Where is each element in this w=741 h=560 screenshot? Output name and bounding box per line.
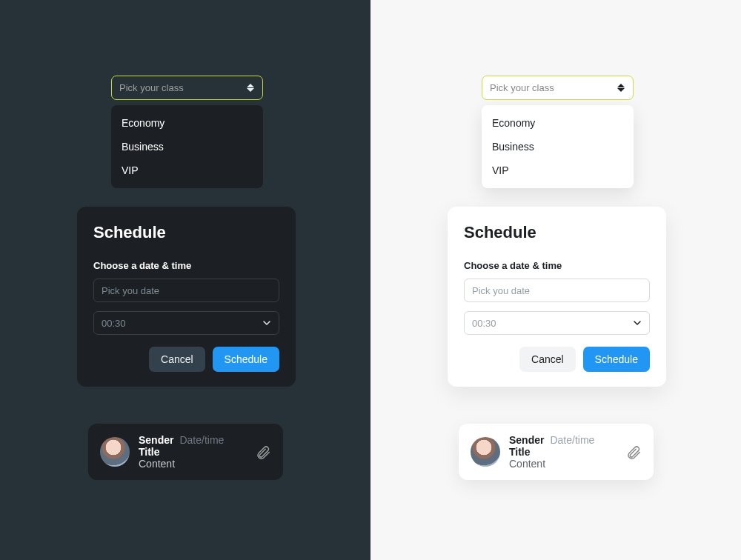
message-sender: Sender [509,434,544,446]
class-picker[interactable]: Pick your class [111,76,263,100]
option-vip[interactable]: VIP [482,159,634,182]
cancel-button[interactable]: Cancel [149,347,205,372]
class-picker-placeholder: Pick your class [119,82,184,93]
time-select-value: 00:30 [472,318,496,329]
chevron-down-icon [262,319,271,327]
schedule-card: Schedule Choose a date & time Pick you d… [448,207,666,387]
date-input[interactable]: Pick you date [464,279,650,302]
avatar [471,437,500,467]
schedule-title: Schedule [464,223,650,242]
schedule-button[interactable]: Schedule [213,347,279,372]
date-input-placeholder: Pick you date [102,285,159,296]
time-select[interactable]: 00:30 [464,311,650,335]
message-meta: Sender Date/time Title Content [509,434,617,470]
message-content: Content [139,458,246,470]
schedule-buttons: Cancel Schedule [464,347,650,372]
class-options-dropdown: Economy Business VIP [111,105,263,188]
message-title: Title [509,446,617,458]
chevron-up-icon [617,84,625,87]
stepper-icon [246,84,255,92]
class-options-dropdown: Economy Business VIP [482,105,634,188]
class-picker-placeholder: Pick your class [490,82,554,93]
schedule-buttons: Cancel Schedule [93,347,279,372]
date-input[interactable]: Pick you date [93,279,279,302]
schedule-button[interactable]: Schedule [583,347,650,372]
class-picker[interactable]: Pick your class [482,76,634,100]
message-meta: Sender Date/time Title Content [139,434,246,470]
option-economy[interactable]: Economy [111,111,263,135]
chevron-down-icon [633,319,642,327]
message-item[interactable]: Sender Date/time Title Content [88,424,283,480]
attachment-icon [625,444,642,460]
option-business[interactable]: Business [482,135,634,159]
schedule-subtitle: Choose a date & time [93,260,279,271]
stepper-icon [617,84,625,92]
chevron-down-icon [617,88,625,92]
date-input-placeholder: Pick you date [472,285,530,296]
time-select[interactable]: 00:30 [93,311,279,335]
cancel-button[interactable]: Cancel [519,347,576,372]
message-datetime: Date/time [179,434,224,446]
message-content: Content [509,458,617,470]
time-select-value: 00:30 [102,318,126,329]
schedule-card: Schedule Choose a date & time Pick you d… [77,207,296,387]
schedule-subtitle: Choose a date & time [464,260,650,271]
light-theme-panel: Pick your class Economy Business VIP Sch… [370,0,741,560]
chevron-up-icon [247,84,254,87]
message-datetime: Date/time [550,434,594,446]
chevron-down-icon [247,88,254,92]
avatar [100,437,130,467]
option-business[interactable]: Business [111,135,263,159]
message-sender: Sender [139,434,173,446]
attachment-icon [255,444,271,460]
schedule-title: Schedule [93,223,279,242]
message-item[interactable]: Sender Date/time Title Content [459,424,654,480]
message-title: Title [139,446,246,458]
option-economy[interactable]: Economy [482,111,634,135]
option-vip[interactable]: VIP [111,159,263,182]
dark-theme-panel: Pick your class Economy Business VIP Sch… [0,0,370,560]
